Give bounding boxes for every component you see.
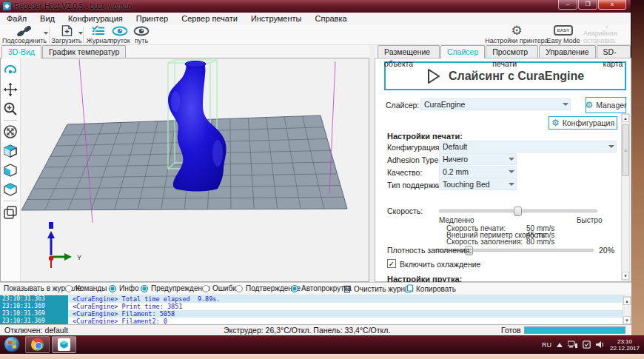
travel-eye-icon [133,26,150,36]
panel-scrollbar-thumb[interactable]: ≡ [622,124,629,176]
view-tool-strip [1,58,21,281]
log-filter-errors[interactable]: Ошибки [202,284,240,292]
speed-label: Скорость: [387,207,423,215]
gear-icon: ⚙ [511,24,522,37]
minimize-button[interactable]: – [558,0,577,10]
zoom-icon[interactable] [3,101,18,116]
top-view-icon[interactable] [3,182,18,197]
menu-print-server[interactable]: Сервер печати [175,14,244,23]
tab-object-placement[interactable]: Размещение объекта [378,45,440,58]
slicer-label: Слайсер: [386,101,419,110]
scroll-down-icon[interactable]: ▼ [622,272,629,280]
tab-control[interactable]: Управление [539,45,595,58]
connect-button[interactable]: Подсоединить [1,25,47,44]
log-icon [92,25,105,36]
connect-dropdown-caret[interactable] [44,32,48,35]
speed-slider[interactable] [439,209,597,212]
configuration-button[interactable]: ⚙Конфигурация [549,116,617,130]
toggle-off-icon [235,285,243,292]
axis-y-label: Y [77,254,81,261]
scroll-down-icon[interactable]: ▼ [623,316,631,324]
tray-date: 22.12.2017 [610,345,640,352]
menu-view[interactable]: Вид [33,14,61,23]
slicer-select[interactable]: CuraEngine [420,98,571,110]
printer-settings-button[interactable]: ⚙ Настройки принтера [481,25,552,44]
volume-icon[interactable] [596,340,605,349]
gear-icon: ⚙ [585,101,593,110]
show-filament-button[interactable]: пруток [107,25,133,44]
infill-density-label: Плотность заполнения: [387,246,472,255]
network-icon[interactable] [568,340,577,349]
show-travel-button[interactable]: путь [130,25,152,44]
menu-config[interactable]: Конфигурация [61,14,130,23]
ready-status: Готов [501,326,521,335]
print-settings-heading: Настройки печати: [387,132,463,141]
front-view-icon[interactable] [3,163,18,178]
filament-eye-icon [112,26,128,36]
log-filterbar: Показывать в журнале: Команды Инфо Преду… [0,283,631,295]
log-section: Показывать в журнале: Команды Инфо Преду… [0,282,631,324]
windows-start-button[interactable] [4,336,20,352]
action-center-icon[interactable] [583,340,591,349]
cooling-label: Включить охлаждение [400,260,480,269]
scroll-up-icon[interactable]: ▲ [623,297,631,305]
cooling-checkbox[interactable]: ✓ [387,259,396,268]
menu-printer[interactable]: Принтер [130,14,175,23]
window-title: Repetier-Host V2.0.5 - bust_woman [14,2,132,10]
pane-splitter[interactable] [369,45,375,282]
tab-print-preview[interactable]: Просмотр печати [486,45,538,58]
quality-select[interactable]: 0.2 mm [439,166,517,178]
isometric-view-icon[interactable] [3,144,18,158]
language-indicator[interactable]: RU [542,341,551,349]
clear-log-button[interactable]: Очистить журнал [343,284,413,293]
desktop-background [631,0,644,335]
adhesion-type-select[interactable]: Ничего [439,153,517,165]
easy-mode-icon: EASY [554,25,573,36]
tab-temp-graph[interactable]: График температур [42,45,126,58]
chrome-taskbar-button[interactable] [25,336,50,353]
log-rows[interactable]: 23:10:31.363<CuraEngine> Total time elap… [0,295,625,325]
easy-mode-button[interactable]: EASY Easy Mode [543,25,584,44]
menubar: Файл Вид Конфигурация Принтер Сервер печ… [0,13,631,24]
log-scrollbar[interactable]: ▲ ▼ [623,296,631,325]
log-filter-commands[interactable]: Команды [65,284,107,292]
chevron-down-icon [563,103,568,106]
chevron-down-icon [509,183,514,186]
fit-view-icon[interactable] [3,124,18,139]
tab-slicer[interactable]: Слайсер [440,45,485,58]
tray-expand-icon[interactable] [557,343,563,347]
axis-indicator: Y [47,222,81,268]
print-bed-scene[interactable]: Y [21,58,369,281]
log-filter-info[interactable]: Инфо [109,284,139,292]
menu-help[interactable]: Справка [308,14,353,23]
menu-tools[interactable]: Инструменты [244,14,309,23]
left-pane: 3D-Вид График температур [0,45,369,282]
repetier-taskbar-button[interactable] [52,336,76,353]
taskbar-clock[interactable]: 23:10 22.12.2017 [610,338,640,352]
log-timestamp: 23:10:31.363 [0,295,68,303]
support-type-select[interactable]: Touching Bed [439,178,517,190]
emergency-stop-icon [602,25,612,29]
rotate-view-icon[interactable] [3,63,18,78]
panel-scrollbar[interactable]: ▲ ≡ ▼ [621,113,630,281]
move-view-icon[interactable] [3,82,18,97]
scroll-up-icon[interactable]: ▲ [622,114,629,122]
log-filter-autoscroll[interactable]: Автопрокрутка [291,284,352,292]
viewport-3d[interactable]: Y [0,58,369,282]
tab-3d-view[interactable]: 3D-Вид [1,45,41,58]
menu-file[interactable]: Файл [0,14,33,23]
parallel-projection-icon[interactable] [3,205,18,220]
manager-button[interactable]: ⚙Manager [586,97,626,113]
close-button[interactable]: x [598,0,626,10]
speed-fast-label: Быстро [577,216,602,224]
copy-log-button[interactable]: Копировать [405,284,456,293]
print-config-select[interactable]: Default [439,141,617,152]
bottom-desktop-strip [0,354,644,359]
log-message: <CuraEngine> Total time elapsed 9.89s. [68,295,221,303]
tab-sd-card[interactable]: SD-карта [597,45,631,58]
load-button[interactable]: Загрузить [50,25,83,44]
log-filter-warnings[interactable]: Предупреждения [141,284,210,292]
speed-slider-thumb[interactable] [514,207,522,216]
maximize-button[interactable]: ❐ [578,0,597,10]
repetier-icon [58,338,70,351]
